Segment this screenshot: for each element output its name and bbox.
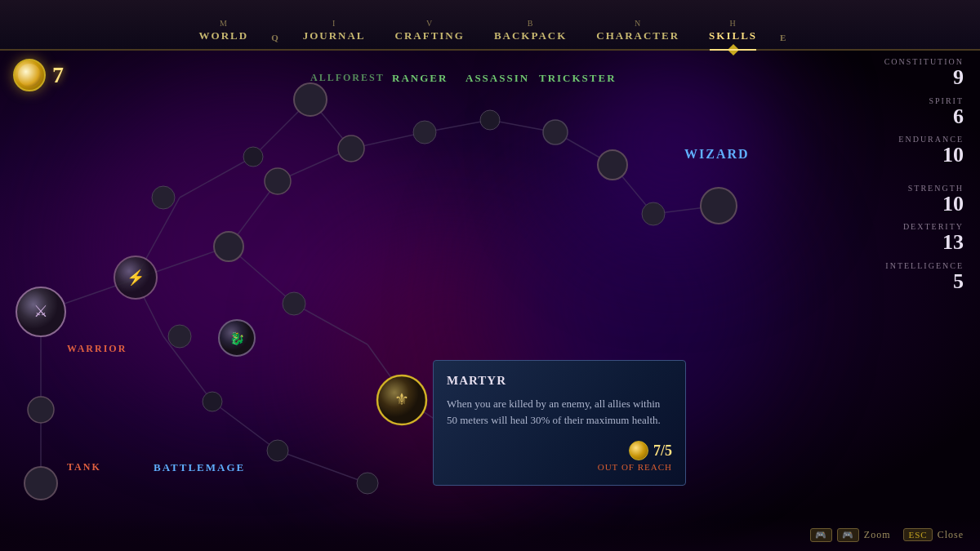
skill-node-sm-15[interactable]: [28, 397, 54, 423]
stat-dexterity-value: 13: [833, 231, 964, 255]
label-assassin: ASSASSIN: [466, 72, 529, 85]
nav-label-backpack: BACKPACK: [494, 29, 567, 42]
zoom-hint: 🎮 🎮 Zoom: [810, 528, 891, 542]
tooltip-gem-icon: [629, 441, 648, 460]
skill-node-sm-4[interactable]: [265, 168, 291, 194]
nav-key-crafting: V: [426, 19, 433, 28]
skill-node-sm-14[interactable]: [203, 392, 222, 411]
nav-item-journal[interactable]: I JOURNAL: [288, 16, 381, 49]
svg-text:⚜: ⚜: [394, 390, 409, 408]
skill-node-sm-17[interactable]: [267, 440, 288, 461]
stat-endurance-value: 10: [833, 144, 964, 167]
skill-node-sm-7[interactable]: [338, 136, 364, 162]
skill-node-martyr[interactable]: ⚜: [377, 375, 426, 424]
label-trickster: TRICKSTER: [539, 72, 617, 85]
stat-intelligence-value: 5: [833, 270, 964, 294]
nav-label-world: WORLD: [199, 29, 249, 42]
skill-node-sm-16[interactable]: [24, 467, 57, 500]
tooltip-out-of-reach: OUT OF REACH: [447, 462, 672, 472]
nav-label-journal: JOURNAL: [303, 29, 366, 42]
nav-item-skills[interactable]: H SKILLS: [694, 16, 772, 49]
skill-node-sm-11[interactable]: [598, 150, 627, 180]
stat-spirit: SPIRIT 6: [833, 96, 964, 129]
skill-node-sm-6[interactable]: [294, 83, 327, 116]
skill-node-sm-12[interactable]: [642, 202, 665, 225]
nav-label-character: CHARACTER: [596, 29, 679, 42]
nav-key-world: M: [220, 19, 228, 28]
svg-line-9: [294, 304, 368, 344]
svg-text:⚡: ⚡: [127, 269, 145, 287]
label-ranger: RANGER: [392, 72, 448, 85]
nav-label-crafting: CRAFTING: [395, 29, 465, 42]
label-tank: TANK: [67, 461, 101, 473]
tooltip-cost-row: 7/5: [447, 441, 672, 460]
skill-node-sm-18[interactable]: [357, 473, 378, 494]
stat-constitution-value: 9: [833, 66, 964, 90]
stat-spirit-value: 6: [833, 105, 964, 129]
skill-node-sm-13[interactable]: [283, 292, 305, 315]
nav-label-e: E: [780, 33, 787, 42]
skill-node-sm-9[interactable]: [480, 110, 500, 130]
skill-node-left[interactable]: ⚔: [16, 287, 65, 336]
stat-spirit-label: SPIRIT: [833, 96, 964, 105]
svg-line-17: [180, 157, 253, 198]
skill-node-sm-2[interactable]: [168, 325, 191, 348]
close-hint: ESC Close: [903, 528, 964, 541]
skill-node-sm-5[interactable]: [243, 147, 263, 167]
nav-key-skills: H: [729, 19, 736, 28]
stat-intelligence-label: INTELLIGENCE: [833, 261, 964, 270]
zoom-label: Zoom: [864, 529, 891, 541]
skill-node-beast[interactable]: 🐉: [219, 320, 255, 356]
label-battlemage: BATTLEMAGE: [154, 461, 245, 474]
skill-node-wizard[interactable]: [701, 188, 737, 224]
label-warrior: WARRIOR: [67, 343, 127, 355]
stat-constitution-label: CONSTITUTION: [833, 57, 964, 66]
tooltip-description: When you are killed by an enemy, all all…: [447, 396, 672, 428]
svg-line-13: [212, 402, 278, 451]
skill-node-sm-10[interactable]: [543, 120, 568, 144]
bottom-bar: 🎮 🎮 Zoom ESC Close: [0, 518, 980, 551]
svg-line-14: [278, 451, 368, 483]
nav-key-backpack: B: [528, 19, 534, 28]
stat-endurance: ENDURANCE 10: [833, 135, 964, 167]
nav-item-character[interactable]: N CHARACTER: [581, 16, 694, 49]
nav-label-q: Q: [271, 33, 280, 42]
label-wizard: WIZARD: [684, 147, 750, 162]
zoom-key-2: 🎮: [837, 528, 859, 542]
nav-key-character: N: [635, 19, 641, 28]
skill-node-sm-1[interactable]: [152, 186, 175, 209]
svg-text:⚔: ⚔: [33, 302, 48, 320]
nav-key-journal: I: [332, 19, 336, 28]
nav-item-backpack[interactable]: B BACKPACK: [479, 16, 581, 49]
stat-dexterity: DEXTERITY 13: [833, 222, 964, 255]
nav-label-skills: SKILLS: [709, 29, 757, 42]
nav-item-world[interactable]: M WORLD: [185, 16, 264, 49]
close-label: Close: [938, 529, 964, 541]
nav-item-crafting[interactable]: V CRAFTING: [381, 16, 479, 49]
nav-bar: M WORLD Q I JOURNAL V CRAFTING B BACKPAC…: [0, 0, 980, 51]
label-allforest: ALLFOREST: [310, 72, 385, 84]
tooltip-cost-value: 7/5: [653, 442, 672, 460]
stat-constitution: CONSTITUTION 9: [833, 57, 964, 90]
stats-panel: CONSTITUTION 9 SPIRIT 6 ENDURANCE 10 STR…: [833, 57, 964, 300]
close-key: ESC: [903, 528, 932, 541]
skill-tooltip: MARTYR When you are killed by an enemy, …: [433, 360, 686, 486]
tooltip-title: MARTYR: [447, 374, 672, 388]
stat-intelligence: INTELLIGENCE 5: [833, 261, 964, 294]
svg-line-12: [163, 336, 212, 402]
skill-points-display: 7: [13, 59, 64, 91]
nav-item-q[interactable]: Q: [263, 28, 288, 49]
skill-node-sm-3[interactable]: [214, 232, 243, 261]
skill-points-count: 7: [52, 62, 64, 88]
nav-item-e[interactable]: E: [772, 28, 795, 49]
stat-strength: STRENGTH 10: [833, 184, 964, 216]
skill-gem-inner: [18, 64, 41, 87]
zoom-key-1: 🎮: [810, 528, 832, 542]
skill-node-warrior[interactable]: ⚡: [114, 256, 157, 299]
skill-node-sm-8[interactable]: [413, 121, 436, 144]
skill-tree-canvas: ⚔ ⚡ 🐉 ⚜: [0, 51, 808, 551]
svg-text:🐉: 🐉: [229, 331, 245, 346]
stat-spacer-1: [833, 174, 964, 184]
stat-strength-value: 10: [833, 193, 964, 216]
skill-gem-icon: [13, 59, 46, 91]
